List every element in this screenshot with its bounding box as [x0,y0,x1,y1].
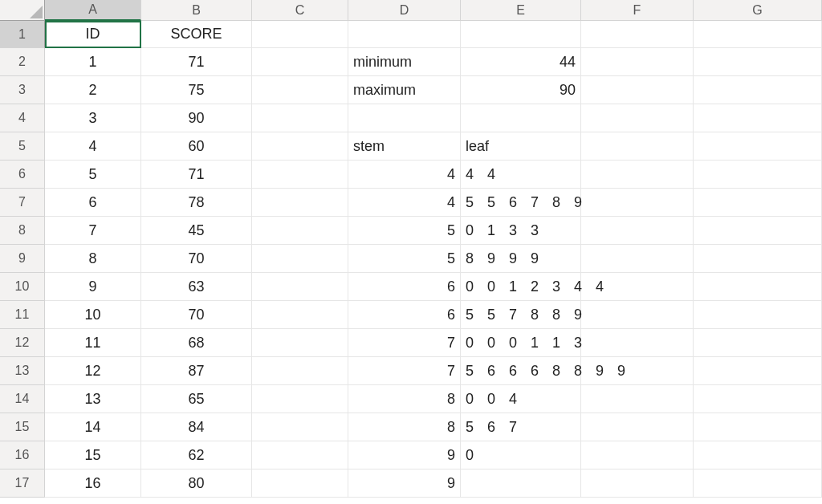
cell-D14[interactable]: 8 [348,385,461,413]
row-header-16[interactable]: 16 [0,441,45,469]
cell-D4[interactable] [348,104,461,132]
cell-G9[interactable] [694,245,822,273]
cell-G2[interactable] [694,48,822,76]
cell-C2[interactable] [252,48,348,76]
cell-E13[interactable]: 5 6 6 6 8 8 9 9 [461,357,581,385]
cell-E10[interactable]: 0 0 1 2 3 4 4 [461,273,581,301]
cell-C5[interactable] [252,132,348,161]
cell-E5[interactable]: leaf [461,132,581,161]
cell-B9[interactable]: 70 [141,245,252,273]
cell-B1[interactable]: SCORE [141,21,252,48]
cell-D5[interactable]: stem [348,132,461,161]
cell-E14[interactable]: 0 0 4 [461,385,581,413]
row-header-6[interactable]: 6 [0,161,45,189]
cell-G4[interactable] [694,104,822,132]
row-header-12[interactable]: 12 [0,329,45,357]
cell-B11[interactable]: 70 [141,301,252,329]
cell-B16[interactable]: 62 [141,441,252,469]
row-header-17[interactable]: 17 [0,469,45,498]
row-header-14[interactable]: 14 [0,385,45,413]
cell-A14[interactable]: 13 [45,385,141,413]
cell-D17[interactable]: 9 [348,469,461,498]
cell-C9[interactable] [252,245,348,273]
cell-E15[interactable]: 5 6 7 [461,413,581,441]
row-header-5[interactable]: 5 [0,132,45,161]
cell-G17[interactable] [694,469,822,498]
cell-G8[interactable] [694,217,822,245]
cell-A15[interactable]: 14 [45,413,141,441]
cell-C17[interactable] [252,469,348,498]
cell-D8[interactable]: 5 [348,217,461,245]
row-header-4[interactable]: 4 [0,104,45,132]
cell-F7[interactable] [581,189,694,217]
cell-B7[interactable]: 78 [141,189,252,217]
cell-C16[interactable] [252,441,348,469]
cell-D1[interactable] [348,21,461,48]
cell-A11[interactable]: 10 [45,301,141,329]
cell-F8[interactable] [581,217,694,245]
cell-A3[interactable]: 2 [45,76,141,104]
cell-G11[interactable] [694,301,822,329]
cell-C7[interactable] [252,189,348,217]
cell-C6[interactable] [252,161,348,189]
row-header-2[interactable]: 2 [0,48,45,76]
cell-A17[interactable]: 16 [45,469,141,498]
cell-B15[interactable]: 84 [141,413,252,441]
cell-A8[interactable]: 7 [45,217,141,245]
cell-E1[interactable] [461,21,581,48]
spreadsheet-grid[interactable]: A B C D E F G 1 ID SCORE 2 1 71 minimum … [0,0,822,498]
cell-B12[interactable]: 68 [141,329,252,357]
cell-A7[interactable]: 6 [45,189,141,217]
cell-C3[interactable] [252,76,348,104]
cell-G14[interactable] [694,385,822,413]
cell-C10[interactable] [252,273,348,301]
cell-E6[interactable]: 4 4 [461,161,581,189]
row-header-8[interactable]: 8 [0,217,45,245]
cell-F4[interactable] [581,104,694,132]
cell-G16[interactable] [694,441,822,469]
cell-D9[interactable]: 5 [348,245,461,273]
cell-C12[interactable] [252,329,348,357]
cell-E8[interactable]: 0 1 3 3 [461,217,581,245]
cell-B17[interactable]: 80 [141,469,252,498]
col-header-F[interactable]: F [581,0,694,21]
cell-E9[interactable]: 8 9 9 9 [461,245,581,273]
cell-E17[interactable] [461,469,581,498]
cell-G1[interactable] [694,21,822,48]
cell-A6[interactable]: 5 [45,161,141,189]
col-header-B[interactable]: B [141,0,252,21]
cell-G3[interactable] [694,76,822,104]
cell-A9[interactable]: 8 [45,245,141,273]
col-header-A[interactable]: A [45,0,141,21]
cell-A12[interactable]: 11 [45,329,141,357]
cell-F15[interactable] [581,413,694,441]
cell-D11[interactable]: 6 [348,301,461,329]
cell-E16[interactable]: 0 [461,441,581,469]
col-header-D[interactable]: D [348,0,461,21]
cell-F5[interactable] [581,132,694,161]
cell-E7[interactable]: 5 5 6 7 8 9 [461,189,581,217]
cell-F9[interactable] [581,245,694,273]
cell-A4[interactable]: 3 [45,104,141,132]
cell-D10[interactable]: 6 [348,273,461,301]
cell-E11[interactable]: 5 5 7 8 8 9 [461,301,581,329]
cell-D7[interactable]: 4 [348,189,461,217]
row-header-13[interactable]: 13 [0,357,45,385]
cell-B2[interactable]: 71 [141,48,252,76]
cell-C4[interactable] [252,104,348,132]
cell-B8[interactable]: 45 [141,217,252,245]
cell-F12[interactable] [581,329,694,357]
row-header-9[interactable]: 9 [0,245,45,273]
row-header-10[interactable]: 10 [0,273,45,301]
cell-A13[interactable]: 12 [45,357,141,385]
cell-G12[interactable] [694,329,822,357]
cell-F13[interactable] [581,357,694,385]
cell-D6[interactable]: 4 [348,161,461,189]
cell-A16[interactable]: 15 [45,441,141,469]
cell-B6[interactable]: 71 [141,161,252,189]
cell-C1[interactable] [252,21,348,48]
cell-B3[interactable]: 75 [141,76,252,104]
cell-A2[interactable]: 1 [45,48,141,76]
row-header-3[interactable]: 3 [0,76,45,104]
cell-F16[interactable] [581,441,694,469]
